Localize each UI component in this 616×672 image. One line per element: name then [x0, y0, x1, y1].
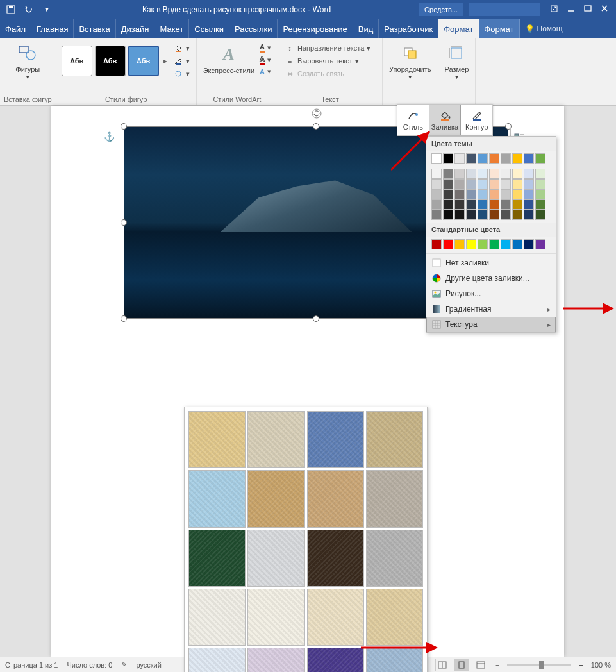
- texture-swatch[interactable]: [307, 589, 364, 646]
- texture-swatch[interactable]: [247, 589, 304, 646]
- view-print-layout[interactable]: [454, 659, 469, 671]
- resize-handle-w[interactable]: [121, 219, 127, 226]
- tab-view[interactable]: Вид: [353, 19, 379, 38]
- color-swatch[interactable]: [443, 169, 453, 179]
- color-swatch[interactable]: [489, 210, 499, 220]
- shape-style-2[interactable]: Абв: [95, 46, 126, 76]
- color-swatch[interactable]: [478, 189, 488, 199]
- color-swatch[interactable]: [478, 210, 488, 220]
- color-swatch[interactable]: [454, 210, 465, 220]
- text-fill-button[interactable]: A▾: [258, 42, 272, 53]
- color-swatch[interactable]: [524, 189, 534, 199]
- color-swatch[interactable]: [466, 169, 476, 179]
- color-swatch[interactable]: [535, 210, 545, 220]
- color-swatch[interactable]: [524, 210, 534, 220]
- color-swatch[interactable]: [431, 210, 442, 220]
- color-swatch[interactable]: [431, 189, 442, 199]
- color-swatch[interactable]: [489, 189, 499, 199]
- spellcheck-icon[interactable]: ✎: [121, 660, 127, 669]
- shape-style-more[interactable]: ▸: [160, 56, 171, 65]
- zoom-out-button[interactable]: −: [493, 661, 502, 669]
- zoom-in-button[interactable]: +: [576, 661, 585, 669]
- color-swatch[interactable]: [512, 179, 522, 189]
- color-swatch[interactable]: [524, 169, 534, 179]
- color-swatch[interactable]: [489, 199, 499, 210]
- wordart-styles-button[interactable]: A Экспресс-стили: [201, 42, 257, 76]
- texture-swatch[interactable]: [366, 530, 423, 587]
- color-swatch[interactable]: [512, 239, 522, 249]
- zoom-thumb[interactable]: [539, 661, 544, 669]
- status-words[interactable]: Число слов: 0: [67, 661, 112, 669]
- texture-swatch[interactable]: [366, 589, 423, 646]
- shapes-button[interactable]: Фигуры ▼: [13, 41, 42, 81]
- texture-swatch[interactable]: [307, 411, 364, 468]
- size-button[interactable]: Размер▼: [442, 41, 472, 81]
- tab-format-shape[interactable]: Формат: [438, 19, 479, 38]
- color-swatch[interactable]: [478, 169, 488, 179]
- color-swatch[interactable]: [524, 153, 534, 164]
- gradient-fill-item[interactable]: Градиентная▸: [426, 301, 556, 317]
- color-swatch[interactable]: [466, 239, 476, 249]
- texture-swatch[interactable]: [188, 470, 246, 527]
- resize-handle-n[interactable]: [313, 123, 319, 130]
- color-swatch[interactable]: [512, 153, 522, 164]
- color-swatch[interactable]: [524, 179, 534, 189]
- shape-style-3[interactable]: Абв: [128, 46, 159, 76]
- texture-swatch[interactable]: [307, 530, 364, 587]
- status-language[interactable]: русский: [136, 661, 161, 669]
- color-swatch[interactable]: [489, 179, 499, 189]
- color-swatch[interactable]: [443, 153, 453, 164]
- color-swatch[interactable]: [454, 179, 465, 189]
- texture-swatch[interactable]: [247, 648, 304, 672]
- color-swatch[interactable]: [431, 239, 442, 249]
- zoom-level[interactable]: 100 %: [591, 661, 611, 669]
- texture-swatch[interactable]: [188, 589, 246, 646]
- color-swatch[interactable]: [489, 239, 499, 249]
- color-swatch[interactable]: [535, 239, 545, 249]
- color-swatch[interactable]: [478, 239, 488, 249]
- mini-outline-button[interactable]: Контур: [461, 105, 492, 135]
- texture-swatch[interactable]: [366, 411, 423, 468]
- texture-swatch[interactable]: [188, 648, 246, 672]
- zoom-slider[interactable]: [507, 664, 571, 666]
- color-swatch[interactable]: [454, 189, 465, 199]
- texture-swatch[interactable]: [188, 530, 246, 587]
- tab-home[interactable]: Главная: [31, 19, 74, 38]
- close-icon[interactable]: [601, 4, 608, 15]
- arrange-button[interactable]: Упорядочить▼: [387, 41, 433, 81]
- align-text-button[interactable]: ≡Выровнять текст▾: [283, 55, 377, 67]
- save-icon[interactable]: [4, 3, 18, 17]
- tab-review[interactable]: Рецензирование: [278, 19, 353, 38]
- color-swatch[interactable]: [478, 179, 488, 189]
- picture-fill-item[interactable]: Рисунок...: [426, 286, 556, 301]
- view-web-layout[interactable]: [474, 659, 488, 671]
- color-swatch[interactable]: [454, 153, 465, 164]
- texture-swatch[interactable]: [188, 411, 246, 468]
- text-direction-button[interactable]: ↕Направление текста▾: [283, 42, 377, 54]
- tab-design[interactable]: Дизайн: [116, 19, 155, 38]
- texture-fill-item[interactable]: Текстура▸: [426, 317, 556, 332]
- shape-effects-button[interactable]: ▾: [172, 68, 191, 80]
- color-swatch[interactable]: [535, 179, 545, 189]
- minimize-icon[interactable]: [567, 4, 575, 15]
- undo-icon[interactable]: [22, 3, 36, 17]
- color-swatch[interactable]: [535, 189, 545, 199]
- color-swatch[interactable]: [501, 179, 511, 189]
- color-swatch[interactable]: [512, 199, 522, 210]
- color-swatch[interactable]: [466, 199, 476, 210]
- color-swatch[interactable]: [512, 169, 522, 179]
- color-swatch[interactable]: [501, 169, 511, 179]
- tab-references[interactable]: Ссылки: [189, 19, 229, 38]
- account-placeholder[interactable]: [469, 3, 540, 16]
- color-swatch[interactable]: [466, 210, 476, 220]
- texture-swatch[interactable]: [247, 470, 304, 527]
- maximize-icon[interactable]: [584, 4, 592, 15]
- qat-more-icon[interactable]: ▼: [40, 3, 54, 17]
- color-swatch[interactable]: [443, 199, 453, 210]
- text-outline-button[interactable]: A▾: [258, 55, 272, 65]
- status-page[interactable]: Страница 1 из 1: [5, 661, 58, 669]
- texture-swatch[interactable]: [366, 470, 423, 527]
- color-swatch[interactable]: [443, 179, 453, 189]
- color-swatch[interactable]: [454, 199, 465, 210]
- shape-style-gallery[interactable]: Абв Абв Абв: [60, 44, 160, 78]
